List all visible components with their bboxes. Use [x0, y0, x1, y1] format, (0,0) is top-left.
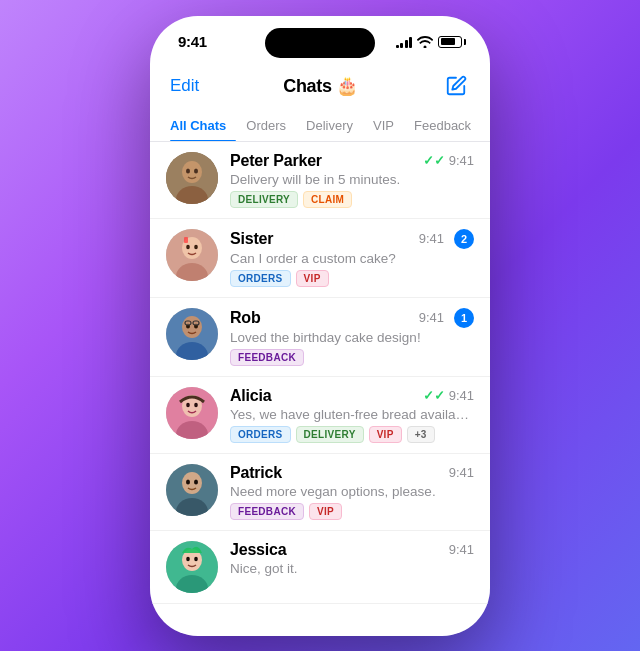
avatar	[166, 308, 218, 360]
chat-time: 9:41	[449, 153, 474, 168]
chat-tags: FEEDBACK VIP	[230, 503, 474, 520]
svg-point-9	[194, 244, 198, 248]
compose-button[interactable]	[442, 72, 470, 100]
chat-name: Rob	[230, 309, 261, 327]
chat-meta: 9:41 1	[419, 308, 474, 328]
svg-point-3	[186, 168, 190, 173]
chat-meta: 9:41 2	[419, 229, 474, 249]
unread-badge: 2	[454, 229, 474, 249]
svg-rect-10	[184, 237, 188, 243]
chat-list: Peter Parker ✓✓ 9:41 Delivery will be in…	[150, 142, 490, 604]
header: Edit Chats 🎂	[150, 68, 490, 110]
svg-point-29	[194, 479, 198, 484]
avatar	[166, 152, 218, 204]
status-time: 9:41	[178, 33, 207, 50]
page-title: Chats 🎂	[283, 75, 358, 97]
list-item[interactable]: Rob 9:41 1 Loved the birthday cake desig…	[150, 298, 490, 377]
chat-preview: Nice, got it.	[230, 561, 474, 576]
chat-name: Patrick	[230, 464, 282, 482]
avatar	[166, 464, 218, 516]
svg-point-1	[182, 161, 202, 183]
chat-preview: Loved the birthday cake design!	[230, 330, 474, 345]
chat-preview: Delivery will be in 5 minutes.	[230, 172, 474, 187]
chat-time: 9:41	[449, 388, 474, 403]
chat-tags: ORDERS DELIVERY VIP +3	[230, 426, 474, 443]
tag-feedback: FEEDBACK	[230, 503, 304, 520]
chat-content: Patrick 9:41 Need more vegan options, pl…	[230, 464, 474, 520]
avatar	[166, 229, 218, 281]
chat-meta: ✓✓ 9:41	[423, 388, 474, 403]
read-receipt: ✓✓	[423, 153, 445, 168]
chat-meta: 9:41	[449, 542, 474, 557]
svg-point-34	[194, 556, 198, 560]
tag-claim: CLAIM	[303, 191, 352, 208]
tab-feedback[interactable]: Feedback	[404, 110, 481, 141]
chat-preview: Can I order a custom cake?	[230, 251, 474, 266]
tag-feedback: FEEDBACK	[230, 349, 304, 366]
chat-preview: Need more vegan options, please.	[230, 484, 474, 499]
svg-point-26	[182, 472, 202, 494]
chat-tags: FEEDBACK	[230, 349, 474, 366]
chat-content: Alicia ✓✓ 9:41 Yes, we have gluten-free …	[230, 387, 474, 443]
tab-vip[interactable]: VIP	[363, 110, 404, 141]
list-item[interactable]: Jessica 9:41 Nice, got it.	[150, 531, 490, 604]
phone-frame: 9:41 Edit Chats 🎂	[150, 16, 490, 636]
chat-content: Rob 9:41 1 Loved the birthday cake desig…	[230, 308, 474, 366]
status-icons	[396, 36, 463, 48]
chat-content: Sister 9:41 2 Can I order a custom cake?…	[230, 229, 474, 287]
compose-icon	[445, 75, 467, 97]
list-item[interactable]: Alicia ✓✓ 9:41 Yes, we have gluten-free …	[150, 377, 490, 454]
chat-name: Alicia	[230, 387, 272, 405]
list-item[interactable]: Peter Parker ✓✓ 9:41 Delivery will be in…	[150, 142, 490, 219]
avatar	[166, 541, 218, 593]
tag-vip: VIP	[309, 503, 342, 520]
avatar	[166, 387, 218, 439]
chat-meta: 9:41	[449, 465, 474, 480]
chat-time: 9:41	[419, 231, 444, 246]
list-item[interactable]: Sister 9:41 2 Can I order a custom cake?…	[150, 219, 490, 298]
svg-point-24	[194, 402, 198, 406]
edit-button[interactable]: Edit	[170, 76, 199, 96]
tag-delivery: DELIVERY	[230, 191, 298, 208]
chat-time: 9:41	[449, 542, 474, 557]
svg-point-4	[194, 168, 198, 173]
chat-name: Peter Parker	[230, 152, 322, 170]
svg-point-23	[186, 402, 190, 406]
tab-all-chats[interactable]: All Chats	[170, 110, 236, 141]
svg-point-28	[186, 479, 190, 484]
tag-more: +3	[407, 426, 435, 443]
dynamic-island	[265, 28, 375, 58]
chat-preview: Yes, we have gluten-free bread available…	[230, 407, 474, 422]
chat-name: Jessica	[230, 541, 286, 559]
tag-vip: VIP	[369, 426, 402, 443]
unread-badge: 1	[454, 308, 474, 328]
chat-time: 9:41	[449, 465, 474, 480]
tag-delivery: DELIVERY	[296, 426, 364, 443]
wifi-icon	[417, 36, 433, 48]
tag-orders: ORDERS	[230, 270, 291, 287]
battery-icon	[438, 36, 462, 48]
read-receipt: ✓✓	[423, 388, 445, 403]
svg-point-33	[186, 556, 190, 560]
chat-tags: ORDERS VIP	[230, 270, 474, 287]
chat-content: Jessica 9:41 Nice, got it.	[230, 541, 474, 580]
tab-bar: All Chats Orders Delivery VIP Feedback	[150, 110, 490, 142]
tab-orders[interactable]: Orders	[236, 110, 296, 141]
list-item[interactable]: Patrick 9:41 Need more vegan options, pl…	[150, 454, 490, 531]
chat-name: Sister	[230, 230, 273, 248]
tab-delivery[interactable]: Delivery	[296, 110, 363, 141]
svg-point-8	[186, 244, 190, 248]
chat-meta: ✓✓ 9:41	[423, 153, 474, 168]
chat-content: Peter Parker ✓✓ 9:41 Delivery will be in…	[230, 152, 474, 208]
tag-orders: ORDERS	[230, 426, 291, 443]
svg-point-12	[182, 316, 202, 338]
signal-icon	[396, 36, 413, 48]
tag-vip: VIP	[296, 270, 329, 287]
chat-tags: DELIVERY CLAIM	[230, 191, 474, 208]
chat-time: 9:41	[419, 310, 444, 325]
